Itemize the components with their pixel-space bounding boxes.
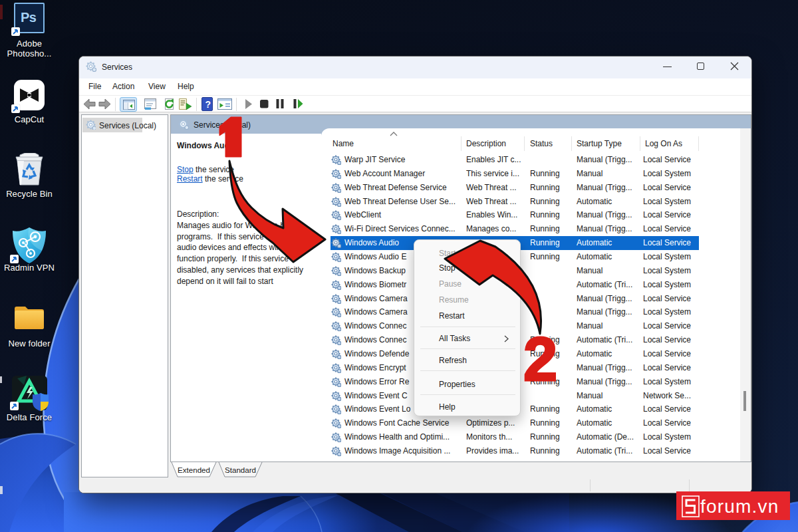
svg-text:Extended: Extended: [178, 466, 210, 474]
svg-text:Standard: Standard: [225, 466, 256, 474]
